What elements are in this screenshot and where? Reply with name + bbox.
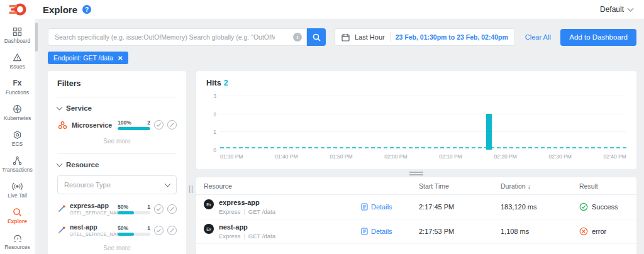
dashboard-icon bbox=[13, 27, 22, 36]
result-cell: error bbox=[579, 227, 631, 236]
sidebar-item-functions[interactable]: Fx Functions bbox=[1, 75, 34, 99]
column-result[interactable]: Result bbox=[579, 182, 631, 190]
resource-name: nest-app bbox=[219, 223, 275, 231]
percentage-meter: 50%1 bbox=[118, 225, 150, 236]
y-axis: 0123 bbox=[206, 96, 220, 150]
chart-plot-area[interactable] bbox=[220, 96, 626, 150]
exclude-filter-icon[interactable] bbox=[167, 120, 177, 130]
time-range-picker[interactable]: Last Hour 23 Feb, 01:30pm to 23 Feb, 02:… bbox=[335, 28, 515, 46]
start-time-cell: 2:17:53 PM bbox=[419, 228, 501, 235]
include-filter-icon[interactable] bbox=[154, 204, 164, 214]
resource-subtitle: Express|GET /data bbox=[219, 233, 275, 240]
chart-table-splitter[interactable] bbox=[196, 169, 636, 177]
main-area: i Last Hour 23 Feb, 01:30pm to 23 Feb, 0… bbox=[38, 19, 644, 254]
results-table: Resource Start Time Duration↓ Result Ex … bbox=[196, 177, 636, 254]
divider bbox=[390, 32, 391, 42]
live-tail-icon bbox=[12, 182, 23, 191]
details-link[interactable]: Details bbox=[361, 203, 419, 211]
drag-handle-icon[interactable]: || bbox=[189, 184, 194, 193]
help-icon[interactable]: ? bbox=[82, 5, 91, 14]
alert-triangle-icon bbox=[13, 53, 22, 62]
resource-name: express-app bbox=[219, 199, 275, 206]
include-filter-icon[interactable] bbox=[154, 226, 164, 235]
time-range-value: 23 Feb, 01:30pm to 23 Feb, 02:40pm bbox=[396, 33, 508, 41]
column-start-time[interactable]: Start Time bbox=[419, 182, 501, 190]
search-button[interactable] bbox=[307, 28, 326, 46]
toolbar: i Last Hour 23 Feb, 01:30pm to 23 Feb, 0… bbox=[48, 28, 636, 46]
filters-title: Filters bbox=[57, 79, 177, 88]
details-link[interactable]: Details bbox=[361, 228, 419, 235]
exclude-filter-icon[interactable] bbox=[167, 226, 177, 235]
duration-cell: 183,120 ms bbox=[501, 203, 579, 211]
success-icon bbox=[579, 202, 588, 211]
top-bar: Explore ? Default bbox=[0, 0, 644, 19]
drag-handle-icon bbox=[409, 172, 423, 175]
add-to-dashboard-button[interactable]: Add to Dashboard bbox=[560, 29, 636, 46]
time-preset-label: Last Hour bbox=[355, 33, 385, 41]
filter-section-service: Service Microservice 100%2 See more bbox=[57, 97, 177, 145]
chart-bar[interactable] bbox=[486, 114, 492, 150]
sidebar-item-explore[interactable]: Explore bbox=[1, 204, 34, 228]
resources-icon bbox=[13, 233, 23, 243]
sidebar-item-dashboard[interactable]: Dashboard bbox=[1, 24, 34, 48]
workspace-selector[interactable]: Default bbox=[600, 5, 633, 14]
chevron-down-icon bbox=[165, 181, 171, 187]
column-duration[interactable]: Duration↓ bbox=[501, 182, 579, 190]
chevron-down-icon bbox=[57, 104, 63, 111]
sidebar-item-resources[interactable]: Resources bbox=[1, 230, 34, 254]
filters-panel: Filters Service Microservice 100%2 bbox=[48, 71, 186, 254]
filter-item-microservice[interactable]: Microservice 100%2 bbox=[57, 119, 177, 130]
sidebar-item-ecs[interactable]: ECS bbox=[1, 127, 34, 151]
duration-cell: 1,108 ms bbox=[501, 228, 579, 235]
panel-resize-gutter[interactable]: || bbox=[186, 71, 196, 254]
sidebar-item-issues[interactable]: Issues bbox=[1, 50, 34, 74]
chevron-down-icon bbox=[628, 6, 634, 12]
clear-all-link[interactable]: Clear All bbox=[525, 33, 551, 41]
sort-desc-icon[interactable]: ↓ bbox=[528, 182, 531, 190]
service-icon bbox=[57, 204, 66, 213]
search-input[interactable] bbox=[48, 28, 307, 46]
hits-chart-card: Hits2 0123 01:30 PM01:40 PM01:50 PM02:00… bbox=[196, 71, 636, 169]
chevron-down-icon bbox=[57, 161, 63, 167]
section-header-resource[interactable]: Resource bbox=[57, 161, 177, 168]
express-avatar: Ex bbox=[204, 199, 214, 209]
document-icon bbox=[361, 228, 368, 235]
ecs-icon bbox=[13, 130, 22, 140]
table-header-row: Resource Start Time Duration↓ Result bbox=[196, 177, 636, 195]
see-more-link[interactable]: See more bbox=[57, 245, 177, 251]
section-header-service[interactable]: Service bbox=[57, 104, 177, 112]
middleware-logo-icon[interactable] bbox=[0, 3, 35, 16]
percentage-meter: 50%1 bbox=[118, 204, 150, 214]
search-icon bbox=[313, 33, 321, 41]
start-time-cell: 2:17:45 PM bbox=[419, 203, 501, 211]
see-more-link[interactable]: See more bbox=[57, 138, 177, 145]
hits-count: 2 bbox=[224, 79, 228, 87]
search-icon bbox=[13, 207, 22, 217]
filter-section-resource: Resource Resource Type express-app OTEL_… bbox=[57, 153, 177, 251]
include-filter-icon[interactable] bbox=[154, 120, 164, 130]
document-icon bbox=[361, 203, 368, 211]
transactions-icon bbox=[13, 156, 22, 165]
sidebar-item-transactions[interactable]: Transactions bbox=[1, 153, 34, 177]
error-icon bbox=[579, 227, 588, 236]
service-icon bbox=[57, 226, 66, 235]
filter-item-express-app[interactable]: express-app OTEL_SERVICE_NAME 50%1 bbox=[57, 202, 177, 216]
exclude-filter-icon[interactable] bbox=[167, 204, 177, 214]
close-icon[interactable]: ✕ bbox=[118, 55, 123, 62]
table-row[interactable]: Ex nest-app Express|GET /data Details 2:… bbox=[196, 219, 636, 244]
sidebar-item-kubernetes[interactable]: Kubernetes bbox=[1, 101, 34, 125]
sidebar-scrollbar[interactable] bbox=[35, 19, 38, 254]
resource-subtitle: Express|GET /data bbox=[219, 208, 275, 215]
calendar-icon bbox=[341, 33, 350, 41]
functions-icon: Fx bbox=[13, 79, 21, 88]
filter-chip-endpoint[interactable]: Endpoint: GET /data ✕ bbox=[48, 52, 128, 64]
resource-type-dropdown[interactable]: Resource Type bbox=[57, 175, 177, 194]
info-icon[interactable]: i bbox=[293, 33, 302, 41]
filter-item-nest-app[interactable]: nest-app OTEL_SERVICE_NAME 50%1 bbox=[57, 223, 177, 237]
sidebar: Dashboard Issues Fx Functions Kubernetes… bbox=[0, 19, 35, 254]
workspace-label: Default bbox=[600, 5, 624, 14]
column-resource[interactable]: Resource bbox=[204, 182, 361, 190]
table-row[interactable]: Ex express-app Express|GET /data Details… bbox=[196, 195, 636, 219]
sidebar-item-live-tail[interactable]: Live Tail bbox=[1, 179, 34, 202]
percentage-meter: 100%2 bbox=[118, 119, 150, 130]
